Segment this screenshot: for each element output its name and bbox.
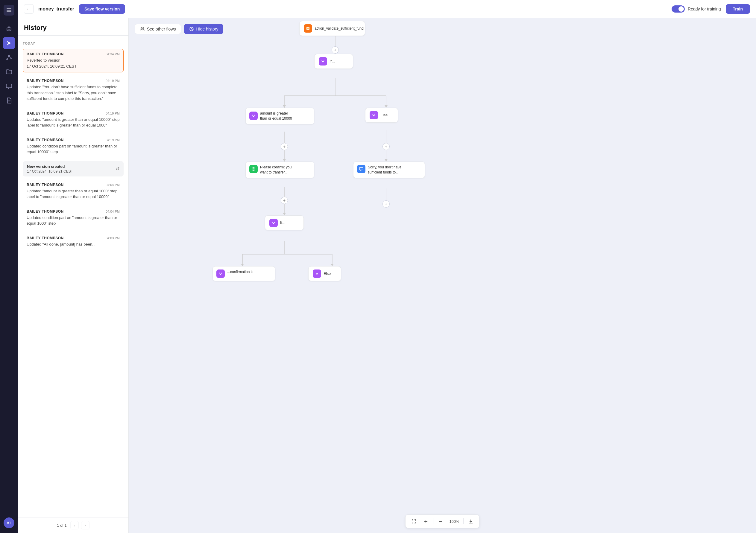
people-icon	[140, 27, 145, 31]
history-entry-5-time: 04:04 PM	[106, 183, 120, 187]
svg-rect-1	[7, 10, 12, 11]
sidebar-item-folder[interactable]	[3, 66, 15, 78]
sidebar-item-chat[interactable]	[3, 80, 15, 92]
svg-point-8	[7, 59, 8, 60]
see-other-flows-button[interactable]: See other flows	[135, 24, 181, 34]
fullscreen-button[interactable]	[409, 517, 419, 526]
svg-rect-0	[7, 8, 12, 9]
history-entry-2-user: BAILEY THOMPSON	[27, 79, 64, 83]
node-else-2[interactable]: Else	[308, 266, 341, 281]
node-action-validate-label: action_validate_sufficient_fund	[314, 26, 364, 31]
history-section-today: TODAY	[23, 41, 123, 45]
ready-toggle[interactable]	[672, 5, 685, 13]
history-title: History	[18, 18, 128, 36]
sidebar-item-doc[interactable]	[3, 94, 15, 107]
confirmation-icon	[216, 269, 225, 278]
svg-marker-36	[283, 213, 286, 216]
svg-point-10	[10, 58, 12, 59]
zoom-out-button[interactable]	[436, 517, 446, 526]
node-if-2[interactable]: If...	[265, 216, 304, 230]
canvas-toolbar: See other flows Hide history	[135, 24, 223, 34]
history-entry-2[interactable]: BAILEY THOMPSON 04:19 PM Updated "You do…	[23, 75, 123, 105]
save-flow-button[interactable]: Save flow version	[79, 4, 125, 14]
zoom-in-button[interactable]	[421, 517, 431, 526]
history-entry-2-time: 04:19 PM	[106, 79, 120, 83]
history-entry-7-time: 04:03 PM	[106, 236, 120, 240]
history-entry-5-user: BAILEY THOMPSON	[27, 183, 64, 187]
please-confirm-icon: ?	[249, 165, 258, 173]
node-sorry[interactable]: Sorry, you don't havesufficient funds to…	[353, 162, 425, 178]
node-else-2-label: Else	[324, 271, 331, 276]
header: ← money_transfer Save flow version Ready…	[18, 0, 756, 18]
content: History TODAY BAILEY THOMPSON 04:34 PM R…	[18, 18, 756, 533]
history-entry-4[interactable]: BAILEY THOMPSON 04:19 PM Updated conditi…	[23, 135, 123, 158]
history-entry-3-time: 04:19 PM	[106, 112, 120, 115]
svg-marker-30	[283, 159, 286, 162]
download-button[interactable]	[466, 517, 475, 526]
history-version-label: New version created	[27, 164, 73, 169]
history-version-block: New version created 17 Oct 2024, 16:09:2…	[23, 161, 123, 176]
svg-text:?: ?	[253, 168, 255, 170]
sidebar-item-flow[interactable]	[3, 37, 15, 49]
svg-rect-3	[7, 28, 11, 31]
node-action-validate[interactable]: action_validate_sufficient_fund	[299, 21, 365, 36]
history-footer: 1 of 1 ‹ ›	[18, 517, 128, 533]
canvas-bottom-bar: 100%	[405, 515, 479, 528]
page-title: money_transfer	[38, 6, 74, 12]
svg-point-16	[141, 28, 143, 29]
node-else-1[interactable]: Else	[365, 108, 398, 123]
history-pagination-label: 1 of 1	[57, 523, 67, 528]
svg-point-5	[10, 29, 11, 30]
svg-point-9	[8, 55, 10, 57]
train-button[interactable]: Train	[726, 4, 750, 14]
sidebar-item-bot[interactable]	[3, 23, 15, 35]
add-btn-sorry[interactable]: +	[383, 200, 390, 208]
history-entry-1[interactable]: BAILEY THOMPSON 04:34 PM Reverted to ver…	[23, 49, 123, 72]
node-please-confirm[interactable]: ? Please confirm: youwant to transfer...	[245, 162, 314, 178]
sidebar-logo	[4, 5, 14, 15]
revert-icon[interactable]: ↺	[116, 166, 120, 172]
history-entry-3-user: BAILEY THOMPSON	[27, 111, 64, 115]
node-amount-ge-10000[interactable]: amount is greaterthan or equal 10000	[245, 108, 314, 124]
zoom-level: 100%	[448, 519, 461, 524]
history-prev-button[interactable]: ‹	[70, 521, 79, 529]
else-2-icon	[313, 269, 321, 278]
hide-history-button[interactable]: Hide history	[184, 24, 224, 34]
add-btn-1[interactable]: +	[332, 46, 339, 54]
node-else-1-label: Else	[380, 113, 388, 117]
node-if-1[interactable]: If...	[314, 54, 353, 69]
node-confirmation-is[interactable]: ...confirmation is	[212, 266, 275, 281]
back-button[interactable]: ←	[24, 4, 34, 14]
amount-icon	[249, 112, 258, 120]
svg-rect-2	[7, 12, 12, 12]
add-btn-left[interactable]: +	[281, 143, 288, 150]
svg-marker-41	[241, 264, 244, 266]
history-entry-7-text: Updated "All done, [amount] has been...	[27, 241, 120, 247]
svg-point-17	[143, 28, 144, 29]
node-if-1-label: If...	[330, 59, 335, 63]
history-entry-4-user: BAILEY THOMPSON	[27, 138, 64, 142]
history-next-button[interactable]: ›	[81, 521, 90, 529]
sidebar-item-graph[interactable]	[3, 51, 15, 63]
history-entry-5[interactable]: BAILEY THOMPSON 04:04 PM Updated "amount…	[23, 179, 123, 203]
add-btn-right[interactable]: +	[383, 143, 390, 150]
history-entry-4-time: 04:19 PM	[106, 138, 120, 142]
svg-point-4	[8, 29, 9, 30]
avatar[interactable]: BT	[4, 518, 14, 528]
history-entry-6-time: 04:04 PM	[106, 210, 120, 213]
svg-marker-27	[385, 105, 388, 108]
node-sorry-label: Sorry, you don't havesufficient funds to…	[368, 165, 401, 175]
svg-rect-6	[8, 26, 10, 28]
history-body: TODAY BAILEY THOMPSON 04:34 PM Reverted …	[18, 36, 128, 517]
node-if-2-label: If...	[280, 221, 285, 225]
history-entry-1-text: Reverted to version17 Oct 2024, 16:09:21…	[27, 58, 120, 69]
node-confirmation-label: ...confirmation is	[227, 269, 253, 275]
history-entry-7[interactable]: BAILEY THOMPSON 04:03 PM Updated "All do…	[23, 233, 123, 251]
add-btn-confirm[interactable]: +	[281, 197, 288, 204]
svg-marker-24	[283, 105, 286, 108]
history-entry-3[interactable]: BAILEY THOMPSON 04:19 PM Updated "amount…	[23, 108, 123, 132]
if-2-icon	[269, 219, 278, 227]
history-entry-6[interactable]: BAILEY THOMPSON 04:04 PM Updated conditi…	[23, 206, 123, 230]
action-validate-icon	[304, 24, 312, 33]
history-icon	[189, 27, 194, 31]
